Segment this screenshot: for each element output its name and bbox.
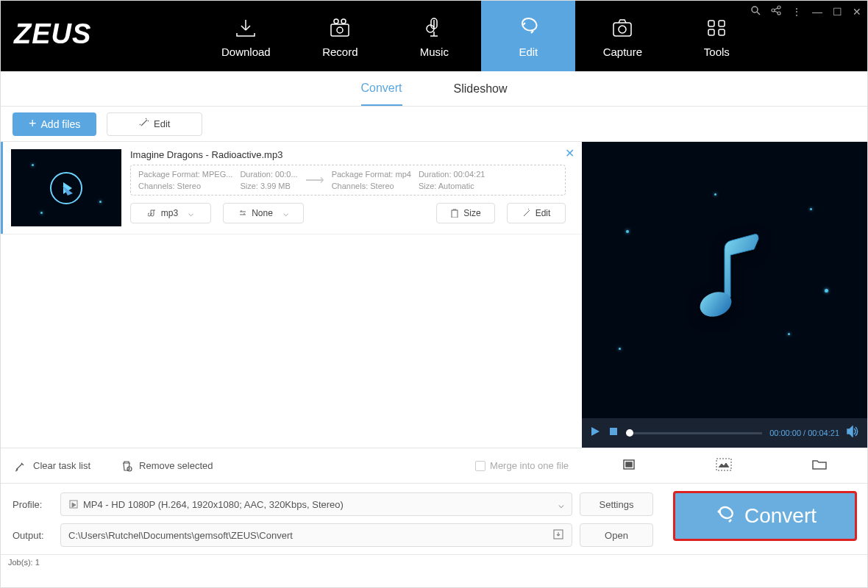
output-panel: Profile: MP4 - HD 1080P (H.264, 1920x108… <box>1 483 867 547</box>
file-actions: mp3 ⌵ None ⌵ Size <box>130 203 566 223</box>
svg-point-3 <box>337 27 343 33</box>
app-logo: ZEUS <box>1 1 118 71</box>
tab-convert[interactable]: Convert <box>361 71 402 106</box>
settings-button[interactable]: Settings <box>580 492 653 516</box>
app-header: ZEUS Download Record Music Edit <box>1 1 867 71</box>
convert-button[interactable]: Convert <box>673 491 857 541</box>
dst-channels: Channels: Stereo <box>332 182 411 190</box>
svg-rect-20 <box>626 462 632 467</box>
toolbar: + Add files Edit <box>1 107 867 142</box>
chevron-down-icon: ⌵ <box>283 208 288 218</box>
seek-handle[interactable] <box>626 429 633 437</box>
row-edit-button[interactable]: Edit <box>507 203 566 223</box>
preview-actions <box>582 448 867 483</box>
src-channels: Channels: Stereo <box>138 182 232 190</box>
file-thumbnail[interactable] <box>11 149 121 226</box>
svg-rect-8 <box>719 21 725 26</box>
src-duration: Duration: 00:0... <box>240 170 297 179</box>
chevron-down-icon: ⌵ <box>188 208 193 218</box>
nav-download-label: Download <box>221 46 271 58</box>
svg-point-6 <box>619 26 626 33</box>
fullscreen-button[interactable] <box>622 458 636 474</box>
profile-label: Profile: <box>13 499 53 510</box>
capture-icon <box>611 15 634 41</box>
output-path-field[interactable]: C:\Users\Rutchel\Documents\gemsoft\ZEUS\… <box>60 523 572 547</box>
download-icon <box>234 15 257 41</box>
preview-area <box>582 142 867 418</box>
player-controls: 00:00:00 / 00:04:21 <box>582 418 867 448</box>
main-area: ✕ Imagine Dragons - Radioactive.mp3 Pack… <box>1 142 867 483</box>
maximize-button[interactable]: ☐ <box>833 6 842 18</box>
svg-rect-5 <box>613 23 631 36</box>
music-icon <box>422 15 446 41</box>
svg-rect-15 <box>452 210 458 218</box>
svg-rect-18 <box>610 428 617 435</box>
window-controls: ⋮ — ☐ ✕ <box>750 5 861 18</box>
arrow-icon: ⟶ <box>305 172 324 188</box>
seek-bar[interactable] <box>626 432 762 434</box>
file-specs: Package Format: MPEG... Channels: Stereo… <box>130 165 566 196</box>
nav-music-label: Music <box>420 46 449 58</box>
file-info: Imagine Dragons - Radioactive.mp3 Packag… <box>121 149 574 226</box>
size-button[interactable]: Size <box>436 203 495 223</box>
share-icon[interactable] <box>771 5 781 18</box>
svg-rect-21 <box>716 459 731 470</box>
music-note-icon <box>680 227 769 333</box>
format-dropdown[interactable]: mp3 ⌵ <box>130 203 211 223</box>
open-button[interactable]: Open <box>580 523 653 547</box>
svg-rect-0 <box>331 24 349 36</box>
dst-package: Package Format: mp4 <box>332 170 411 179</box>
minimize-button[interactable]: — <box>812 6 822 18</box>
nav-music[interactable]: Music <box>387 1 481 71</box>
effect-dropdown[interactable]: None ⌵ <box>223 203 304 223</box>
svg-point-2 <box>341 19 346 24</box>
nav-download[interactable]: Download <box>199 1 293 71</box>
nav-record[interactable]: Record <box>293 1 387 71</box>
checkbox-icon <box>475 461 485 471</box>
file-name: Imagine Dragons - Radioactive.mp3 <box>130 149 566 160</box>
svg-point-11 <box>752 7 758 12</box>
nav-tools-label: Tools <box>704 46 730 58</box>
dst-duration: Duration: 00:04:21 <box>419 170 485 179</box>
merge-checkbox[interactable]: Merge into one file <box>475 460 569 471</box>
tools-icon <box>705 15 728 41</box>
volume-button[interactable] <box>847 426 860 440</box>
nav-edit[interactable]: Edit <box>481 1 575 71</box>
file-row[interactable]: ✕ Imagine Dragons - Radioactive.mp3 Pack… <box>1 142 582 234</box>
svg-point-12 <box>772 9 775 12</box>
nav-record-label: Record <box>322 46 357 58</box>
add-files-label: Add files <box>41 118 81 130</box>
dst-size: Size: Automatic <box>419 182 485 190</box>
nav-capture-label: Capture <box>603 46 642 58</box>
search-icon[interactable] <box>750 5 761 18</box>
remove-selected-button[interactable]: Remove selected <box>120 459 213 473</box>
more-icon[interactable]: ⋮ <box>791 6 802 18</box>
svg-rect-10 <box>719 29 725 35</box>
clear-list-button[interactable]: Clear task list <box>14 459 90 473</box>
close-button[interactable]: ✕ <box>853 6 861 18</box>
nav-edit-label: Edit <box>519 46 538 58</box>
edit-label: Edit <box>154 118 170 129</box>
svg-point-13 <box>778 6 780 9</box>
edit-icon <box>516 15 540 41</box>
time-display: 00:00:00 / 00:04:21 <box>769 429 839 437</box>
chevron-down-icon: ⌵ <box>558 499 564 510</box>
plus-icon: + <box>29 116 37 132</box>
snapshot-button[interactable] <box>716 458 732 474</box>
svg-point-14 <box>778 12 780 15</box>
edit-button[interactable]: Edit <box>107 112 202 136</box>
remove-file-button[interactable]: ✕ <box>565 146 574 160</box>
nav-capture[interactable]: Capture <box>575 1 669 71</box>
stop-button[interactable] <box>608 426 619 440</box>
play-button[interactable] <box>589 426 601 440</box>
status-bar: Job(s): 1 <box>1 554 867 570</box>
svg-point-1 <box>334 19 338 24</box>
output-label: Output: <box>13 530 53 541</box>
profile-dropdown[interactable]: MP4 - HD 1080P (H.264, 1920x1080; AAC, 3… <box>60 492 572 516</box>
sub-tabs: Convert Slideshow <box>1 71 867 107</box>
tab-slideshow[interactable]: Slideshow <box>454 71 508 106</box>
add-files-button[interactable]: + Add files <box>13 112 96 136</box>
save-icon <box>552 528 564 542</box>
src-size: Size: 3.99 MB <box>240 182 297 190</box>
folder-button[interactable] <box>811 458 828 474</box>
